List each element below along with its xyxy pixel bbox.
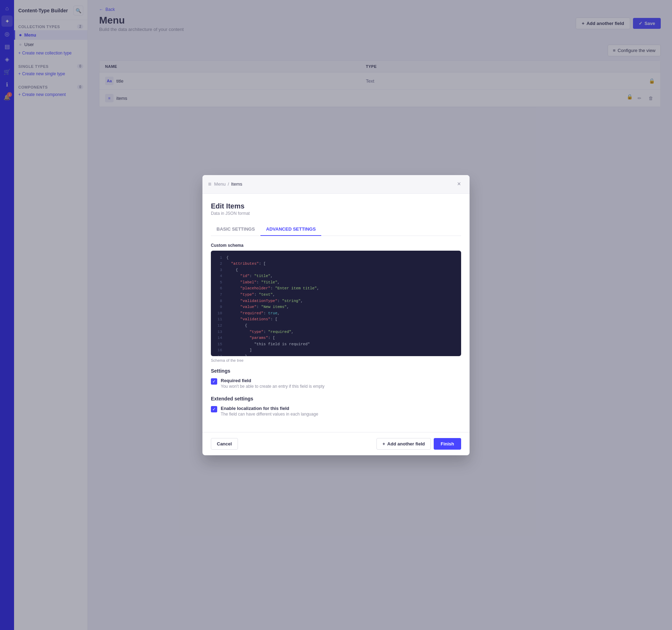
code-line: 10 "required": true, (215, 310, 457, 317)
plus-icon-footer: + (382, 441, 385, 446)
modal-breadcrumb: Menu / Items (214, 181, 451, 187)
line-number: 9 (215, 304, 222, 310)
localization-desc: The field can have different values in e… (221, 412, 318, 417)
line-number: 14 (215, 335, 222, 341)
modal-body: Edit Items Data in JSON format BASIC SET… (202, 194, 470, 432)
modal-footer: Cancel + Add another field Finish (202, 432, 470, 455)
code-line: 11 "validations": [ (215, 316, 457, 323)
line-content: "required": true, (226, 310, 457, 317)
tab-basic-settings[interactable]: BASIC SETTINGS (211, 223, 260, 236)
required-field-info: Required field You won't be able to crea… (221, 378, 324, 389)
line-number: 4 (215, 273, 222, 279)
extended-settings-section: Extended settings ✓ Enable localization … (211, 396, 461, 417)
line-content: ] (226, 347, 457, 354)
code-line: 14 "params": [ (215, 335, 457, 341)
code-line: 17 }, (215, 354, 457, 356)
settings-title: Settings (211, 368, 461, 374)
breadcrumb-root: Menu (214, 181, 226, 187)
schema-note: Schema of the tree (211, 358, 461, 362)
line-content: "validationType": "string", (226, 298, 457, 304)
required-field-desc: You won't be able to create an entry if … (221, 384, 324, 389)
line-number: 6 (215, 285, 222, 292)
line-number: 15 (215, 341, 222, 348)
check-mark-2: ✓ (212, 407, 216, 412)
localization-checkbox[interactable]: ✓ (211, 406, 217, 412)
required-field-label: Required field (221, 378, 324, 383)
line-content: "value": "New items", (226, 304, 457, 310)
line-number: 5 (215, 279, 222, 286)
required-field-row: ✓ Required field You won't be able to cr… (211, 378, 461, 389)
line-content: { (226, 255, 457, 261)
schema-label: Custom schema (211, 243, 461, 248)
line-content: "label": "Title", (226, 279, 457, 286)
cancel-button[interactable]: Cancel (211, 438, 238, 450)
modal-title-area: Edit Items Data in JSON format (211, 202, 461, 216)
add-another-label: Add another field (387, 441, 425, 446)
line-number: 3 (215, 267, 222, 274)
line-number: 12 (215, 323, 222, 329)
modal-list-icon: ≡ (208, 181, 211, 187)
modal-close-button[interactable]: × (454, 179, 464, 189)
code-line: 6 "placeholder": "Enter item title", (215, 285, 457, 292)
line-content: "validations": [ (226, 316, 457, 323)
breadcrumb-separator: / (228, 181, 229, 187)
line-number: 2 (215, 261, 222, 267)
modal-subtitle: Data in JSON format (211, 211, 461, 216)
modal-topbar: ≡ Menu / Items × (202, 175, 470, 194)
code-line: 12 { (215, 323, 457, 329)
line-number: 1 (215, 255, 222, 261)
code-line: 7 "type": "text", (215, 292, 457, 298)
code-line: 4 "id": "title", (215, 273, 457, 279)
modal-overlay: ≡ Menu / Items × Edit Items Data in JSON… (0, 0, 672, 630)
line-content: "id": "title", (226, 273, 457, 279)
line-number: 10 (215, 310, 222, 317)
line-number: 8 (215, 298, 222, 304)
line-number: 16 (215, 347, 222, 354)
modal-title: Edit Items (211, 202, 461, 210)
line-content: "placeholder": "Enter item title", (226, 285, 457, 292)
code-line: 2 "attributes": [ (215, 261, 457, 267)
code-editor[interactable]: 1{2 "attributes": [3 {4 "id": "title",5 … (211, 251, 461, 356)
settings-section: Settings ✓ Required field You won't be a… (211, 368, 461, 389)
extended-settings-title: Extended settings (211, 396, 461, 401)
code-line: 1{ (215, 255, 457, 261)
code-line: 5 "label": "Title", (215, 279, 457, 286)
line-number: 17 (215, 354, 222, 356)
line-content: "type": "text", (226, 292, 457, 298)
modal-tabs: BASIC SETTINGS ADVANCED SETTINGS (211, 223, 461, 236)
add-another-button[interactable]: + Add another field (376, 438, 431, 450)
check-mark: ✓ (212, 379, 216, 384)
line-content: "type": "required", (226, 329, 457, 335)
line-content: "attributes": [ (226, 261, 457, 267)
tab-advanced-settings[interactable]: ADVANCED SETTINGS (260, 223, 321, 236)
line-number: 11 (215, 316, 222, 323)
localization-info: Enable localization for this field The f… (221, 406, 318, 417)
code-line: 13 "type": "required", (215, 329, 457, 335)
line-content: { (226, 323, 457, 329)
code-line: 8 "validationType": "string", (215, 298, 457, 304)
localization-label: Enable localization for this field (221, 406, 318, 411)
line-content: "params": [ (226, 335, 457, 341)
edit-items-modal: ≡ Menu / Items × Edit Items Data in JSON… (202, 175, 470, 455)
code-line: 3 { (215, 267, 457, 274)
line-content: "this field is required" (226, 341, 457, 348)
code-line: 16 ] (215, 347, 457, 354)
line-content: { (226, 267, 457, 274)
code-line: 15 "this field is required" (215, 341, 457, 348)
required-checkbox[interactable]: ✓ (211, 378, 217, 385)
line-content: }, (226, 354, 457, 356)
line-number: 13 (215, 329, 222, 335)
modal-footer-right: + Add another field Finish (376, 438, 461, 450)
code-line: 9 "value": "New items", (215, 304, 457, 310)
line-number: 7 (215, 292, 222, 298)
finish-button[interactable]: Finish (434, 438, 461, 450)
localization-row: ✓ Enable localization for this field The… (211, 406, 461, 417)
breadcrumb-current: Items (231, 181, 243, 187)
